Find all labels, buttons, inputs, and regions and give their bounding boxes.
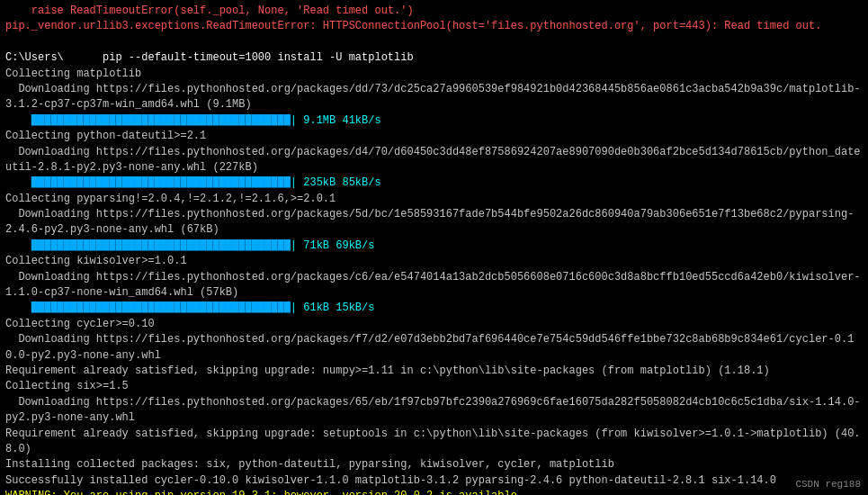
terminal-window: raise ReadTimeoutError(self._pool, None,… bbox=[0, 0, 868, 495]
line-6: Downloading https://files.pythonhosted.o… bbox=[5, 82, 863, 113]
line-7: ████████████████████████████████████████… bbox=[5, 113, 863, 129]
line-11: Collecting pyparsing!=2.0.4,!=2.1.2,!=2.… bbox=[5, 192, 863, 207]
line-16: ████████████████████████████████████████… bbox=[5, 301, 863, 316]
progress-bar-4: ████████████████████████████████████████ bbox=[31, 301, 291, 316]
line-8: Collecting python-dateutil>=2.1 bbox=[5, 129, 863, 144]
line-22: Requirement already satisfied, skipping … bbox=[5, 427, 863, 458]
line-5: Collecting matplotlib bbox=[5, 67, 863, 82]
line-17: Collecting cycler>=0.10 bbox=[5, 317, 863, 332]
line-15: Downloading https://files.pythonhosted.o… bbox=[5, 270, 863, 302]
line-1: raise ReadTimeoutError(self._pool, None,… bbox=[5, 4, 863, 19]
progress-bar-2: ████████████████████████████████████████ bbox=[31, 176, 291, 191]
line-25-warning: WARNING: You are using pip version 19.3.… bbox=[5, 489, 863, 495]
line-14: Collecting kiwisolver>=1.0.1 bbox=[5, 254, 863, 269]
watermark: CSDN reg188 bbox=[795, 479, 861, 490]
line-9: Downloading https://files.pythonhosted.o… bbox=[5, 145, 863, 176]
line-2: pip._vendor.urllib3.exceptions.ReadTimeo… bbox=[5, 19, 863, 34]
line-13: ████████████████████████████████████████… bbox=[5, 238, 863, 254]
line-23: Installing collected packages: six, pyth… bbox=[5, 457, 863, 472]
line-24: Successfully installed cycler-0.10.0 kiw… bbox=[5, 473, 863, 489]
line-3 bbox=[5, 35, 863, 50]
line-21: Downloading https://files.pythonhosted.o… bbox=[5, 395, 863, 427]
line-4: C:\Users\ pip --default-timeout=1000 ins… bbox=[5, 50, 863, 66]
line-18: Downloading https://files.pythonhosted.o… bbox=[5, 332, 863, 364]
progress-bar-1: ████████████████████████████████████████ bbox=[31, 113, 291, 129]
line-19: Requirement already satisfied, skipping … bbox=[5, 364, 863, 379]
line-12: Downloading https://files.pythonhosted.o… bbox=[5, 207, 863, 238]
progress-bar-3: ████████████████████████████████████████ bbox=[31, 238, 291, 254]
line-20: Collecting six>=1.5 bbox=[5, 379, 863, 394]
line-10: ████████████████████████████████████████… bbox=[5, 176, 863, 191]
